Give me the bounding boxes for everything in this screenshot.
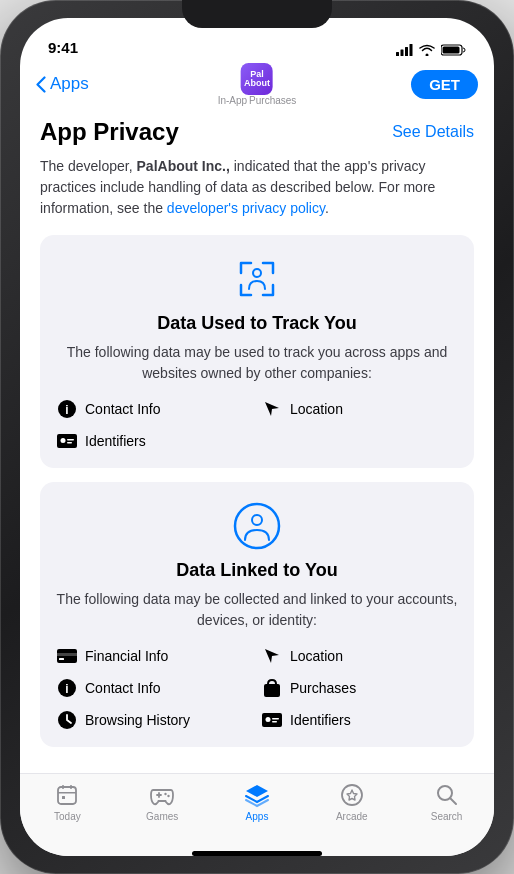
games-icon: [149, 782, 175, 808]
tab-apps[interactable]: Apps: [210, 782, 305, 822]
tab-search-label: Search: [431, 811, 463, 822]
wifi-icon: [419, 44, 435, 56]
svg-rect-16: [57, 653, 77, 656]
list-item: Location: [261, 398, 458, 420]
svg-text:i: i: [65, 403, 68, 417]
svg-rect-24: [272, 718, 279, 720]
list-item: Financial Info: [56, 645, 253, 667]
card1-item3-label: Identifiers: [85, 433, 146, 449]
svg-rect-1: [401, 50, 404, 57]
tab-apps-label: Apps: [246, 811, 269, 822]
svg-rect-20: [264, 684, 280, 697]
app-icon: Pal About: [241, 63, 273, 95]
tracking-icon: [233, 255, 281, 303]
svg-rect-29: [58, 792, 76, 794]
svg-rect-2: [405, 47, 408, 56]
card1-icon-wrap: [56, 255, 458, 303]
svg-rect-11: [67, 439, 74, 441]
svg-rect-28: [70, 785, 72, 789]
list-item: Identifiers: [261, 709, 458, 731]
list-item: Location: [261, 645, 458, 667]
list-item: i Contact Info: [56, 677, 253, 699]
location-arrow-icon2: [261, 645, 283, 667]
card2-item6-label: Identifiers: [290, 712, 351, 728]
svg-point-23: [266, 717, 271, 722]
app-icon-text: Pal About: [244, 70, 270, 88]
home-bar: [192, 851, 322, 856]
notch: [182, 0, 332, 28]
card2-item2-label: Location: [290, 648, 343, 664]
tab-bar: Today Games: [20, 773, 494, 856]
privacy-policy-link[interactable]: developer's privacy policy: [167, 200, 325, 216]
back-label: Apps: [50, 74, 89, 94]
search-icon: [434, 782, 460, 808]
svg-rect-0: [396, 52, 399, 56]
page-title: App Privacy: [40, 118, 179, 146]
company-name: PalAbout Inc.,: [137, 158, 230, 174]
signal-icon: [396, 44, 413, 56]
card1-desc: The following data may be used to track …: [56, 342, 458, 384]
card2-item4-label: Purchases: [290, 680, 356, 696]
today-icon: [54, 782, 80, 808]
card1-title: Data Used to Track You: [56, 313, 458, 334]
svg-rect-5: [443, 47, 460, 54]
page-title-row: App Privacy See Details: [40, 118, 474, 146]
description-text: The developer, PalAbout Inc., indicated …: [40, 156, 474, 219]
arcade-icon: [339, 782, 365, 808]
status-time: 9:41: [48, 39, 78, 56]
back-button[interactable]: Apps: [36, 74, 89, 94]
tab-games[interactable]: Games: [115, 782, 210, 822]
shopping-bag-icon: [261, 677, 283, 699]
svg-rect-3: [410, 44, 413, 56]
info-circle-icon2: i: [56, 677, 78, 699]
tab-search[interactable]: Search: [399, 782, 494, 822]
svg-point-31: [164, 793, 166, 795]
card1-item1-label: Contact Info: [85, 401, 161, 417]
svg-rect-25: [272, 721, 277, 723]
linked-to-you-card: Data Linked to You The following data ma…: [40, 482, 474, 747]
list-item: Identifiers: [56, 430, 253, 452]
id-card-icon: [56, 430, 78, 452]
svg-rect-27: [62, 785, 64, 789]
apps-icon: [244, 782, 270, 808]
svg-rect-30: [62, 796, 65, 799]
see-details-link[interactable]: See Details: [392, 123, 474, 141]
card2-items: Financial Info Location: [56, 645, 458, 731]
nav-bar: Apps Pal About In-App Purchases GET: [20, 62, 494, 106]
svg-rect-26: [58, 787, 76, 804]
credit-card-icon: [56, 645, 78, 667]
nav-subtitle: In-App Purchases: [218, 95, 297, 106]
svg-point-10: [61, 438, 66, 443]
chevron-left-icon: [36, 76, 46, 93]
svg-rect-17: [59, 658, 64, 660]
card2-item5-label: Browsing History: [85, 712, 190, 728]
svg-text:i: i: [65, 682, 68, 696]
list-item: Browsing History: [56, 709, 253, 731]
bottom-spacer: [40, 761, 474, 771]
svg-point-33: [342, 785, 362, 805]
desc-prefix: The developer,: [40, 158, 137, 174]
battery-icon: [441, 44, 466, 56]
svg-rect-12: [67, 442, 72, 444]
card2-title: Data Linked to You: [56, 560, 458, 581]
card2-item3-label: Contact Info: [85, 680, 161, 696]
nav-center: Pal About In-App Purchases: [218, 63, 297, 106]
card2-item1-label: Financial Info: [85, 648, 168, 664]
id-card-icon2: [261, 709, 283, 731]
svg-rect-22: [262, 713, 282, 727]
list-item: Purchases: [261, 677, 458, 699]
svg-point-32: [167, 795, 169, 797]
tab-today[interactable]: Today: [20, 782, 115, 822]
card2-desc: The following data may be collected and …: [56, 589, 458, 631]
get-button[interactable]: GET: [411, 70, 478, 99]
svg-point-14: [252, 515, 262, 525]
person-circle-icon: [233, 502, 281, 550]
tab-games-label: Games: [146, 811, 178, 822]
tab-arcade-label: Arcade: [336, 811, 368, 822]
status-icons: [396, 44, 466, 56]
location-arrow-icon: [261, 398, 283, 420]
svg-rect-9: [57, 434, 77, 448]
info-circle-icon: i: [56, 398, 78, 420]
list-item: i Contact Info: [56, 398, 253, 420]
tab-arcade[interactable]: Arcade: [304, 782, 399, 822]
